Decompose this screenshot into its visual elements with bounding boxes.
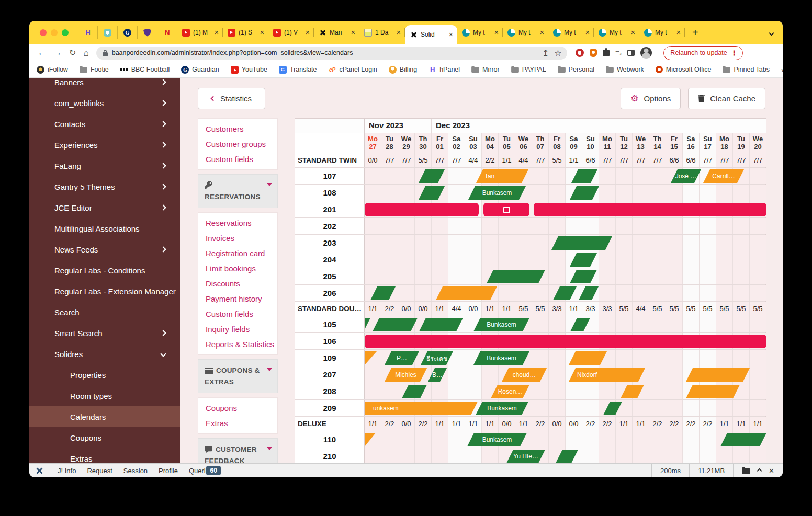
sidebar-item-extras[interactable]: Extras	[29, 448, 180, 463]
reservation-bar[interactable]: Yu Hte…	[506, 450, 545, 463]
bookmark-billing[interactable]: Billing	[389, 66, 417, 74]
shield-pinned-tab[interactable]	[138, 26, 157, 39]
sidebar-item-contacts[interactable]: Contacts	[29, 113, 180, 134]
reservation-bar[interactable]	[569, 351, 607, 365]
browser-tab[interactable]: Solid×	[405, 25, 457, 44]
tab-close-icon[interactable]: ×	[304, 29, 311, 36]
folder-open-icon[interactable]	[742, 467, 750, 474]
bookmark-footie[interactable]: Footie	[80, 66, 109, 74]
debug-link-session[interactable]: Session	[123, 467, 148, 475]
tab-close-icon[interactable]: ×	[259, 29, 265, 36]
sidebar-item-search[interactable]: Search	[29, 302, 180, 323]
submenu-link-invoices[interactable]: Invoices	[198, 231, 277, 246]
reservation-bar[interactable]	[436, 286, 497, 300]
sidebar-item-com-weblinks[interactable]: com_weblinks	[29, 93, 180, 113]
sidebar-item-room-types[interactable]: Room types	[29, 385, 180, 406]
reservation-bar[interactable]	[621, 385, 644, 398]
reservation-bar[interactable]	[570, 318, 590, 331]
submenu-link-inquiry-fields[interactable]: Inquiry fields	[198, 322, 277, 337]
sidebar-item-coupons[interactable]: Coupons	[29, 427, 180, 448]
browser-tab[interactable]: My t×	[457, 21, 503, 44]
reservation-bar[interactable]	[365, 433, 376, 446]
reservation-bar[interactable]	[419, 169, 445, 183]
bookmark-star-icon[interactable]: ☆	[554, 48, 561, 58]
back-button[interactable]: ←	[38, 49, 46, 57]
browser-tab[interactable]: My t×	[594, 21, 639, 44]
bookmark-cpanel-login[interactable]: cPcPanel Login	[329, 66, 377, 74]
chatgpt-pinned-tab[interactable]	[98, 26, 118, 39]
reservation-bar[interactable]	[571, 169, 597, 183]
reservation-bar[interactable]	[603, 402, 622, 415]
blocked-bar[interactable]	[365, 335, 766, 348]
sidebar-item-regular-labs-conditions[interactable]: Regular Labs - Conditions	[29, 260, 180, 281]
submenu-link-customers[interactable]: Customers	[198, 121, 277, 136]
tab-close-icon[interactable]: ×	[539, 29, 545, 36]
sidebar-item-gantry-5-themes[interactable]: Gantry 5 Themes	[29, 176, 180, 197]
reservation-bar[interactable]: Tan	[476, 169, 528, 183]
relaunch-to-update-button[interactable]: Relaunch to update ⋮	[663, 46, 742, 60]
reservation-bar[interactable]	[487, 270, 545, 283]
sidebar-item-experiences[interactable]: Experiences	[29, 134, 180, 155]
reservation-bar[interactable]: Bunkasem	[467, 433, 527, 446]
reservation-bar[interactable]: unkasem	[365, 402, 478, 415]
reservation-bar[interactable]	[419, 318, 463, 331]
bookmark-personal[interactable]: Personal	[558, 66, 594, 74]
side-panel-icon[interactable]	[627, 50, 635, 56]
reservation-bar[interactable]	[402, 385, 427, 398]
orange-extension-icon[interactable]	[590, 49, 597, 57]
sidebar-item-multilingual-associations[interactable]: Multilingual Associations	[29, 218, 180, 239]
reservation-bar[interactable]	[373, 318, 418, 331]
reservation-bar[interactable]	[686, 385, 740, 398]
submenu-link-coupons[interactable]: Coupons	[198, 400, 277, 416]
browser-tab[interactable]: My t×	[503, 21, 548, 44]
reservation-bar[interactable]: Bunkasem	[473, 351, 529, 365]
tab-search-chevron-icon[interactable]	[770, 28, 773, 37]
bookmarks-overflow-icon[interactable]: »	[781, 65, 783, 74]
statistics-back-button[interactable]: Statistics	[198, 88, 265, 109]
browser-tab[interactable]: (1) M×	[177, 21, 223, 44]
reload-button[interactable]: ↻	[69, 49, 76, 57]
bookmark-translate[interactable]: GTranslate	[279, 66, 317, 74]
playlist-extension-icon[interactable]: ≡♪	[615, 49, 622, 57]
bookmark-webwork[interactable]: Webwork	[606, 66, 644, 74]
clean-cache-button[interactable]: Clean Cache	[688, 88, 765, 109]
close-debug-icon[interactable]: ✕	[769, 467, 774, 475]
tab-close-icon[interactable]: ×	[213, 29, 220, 36]
reservation-bar[interactable]	[570, 186, 599, 200]
sidebar-item-news-feeds[interactable]: News Feeds	[29, 239, 180, 260]
browser-tab[interactable]: (1) V×	[268, 21, 314, 44]
address-bar[interactable]: baanpordeedin.com/administrator/index.ph…	[96, 47, 567, 60]
reservation-bar[interactable]	[370, 286, 396, 300]
tab-close-icon[interactable]: ×	[396, 29, 402, 36]
bookmark-ifollow[interactable]: iFollow	[37, 66, 68, 74]
tab-close-icon[interactable]: ×	[448, 31, 454, 38]
sidebar-item-jce-editor[interactable]: JCE Editor	[29, 197, 180, 218]
hpanel-pinned-tab[interactable]: H	[78, 26, 98, 39]
reservation-bar[interactable]: Bunkasem	[476, 402, 528, 415]
collapse-icon[interactable]	[757, 468, 762, 473]
sidebar-item-calendars[interactable]: Calendars	[29, 406, 180, 427]
submenu-link-extras[interactable]: Extras	[198, 416, 277, 431]
reservation-bar[interactable]	[570, 253, 597, 267]
reservation-bar[interactable]: Rosen…	[491, 385, 529, 398]
bookmark-microsoft-office[interactable]: Microsoft Office	[656, 66, 712, 73]
submenu-link-custom-fields[interactable]: Custom fields	[198, 306, 277, 322]
sidebar-item-banners[interactable]: Banners	[29, 78, 180, 93]
submenu-link-reservations[interactable]: Reservations	[198, 215, 277, 231]
blocked-bar[interactable]	[534, 203, 766, 216]
reservation-bar[interactable]	[365, 318, 370, 331]
browser-tab[interactable]: 1 Da×	[359, 21, 405, 44]
submenu-link-reports-statistics[interactable]: Reports & Statistics	[198, 337, 277, 352]
sidebar-item-smart-search[interactable]: Smart Search	[29, 323, 180, 343]
bookmark-hpanel[interactable]: HhPanel	[428, 66, 460, 74]
section-header-customer-feedback[interactable]: CUSTOMER FEEDBACK	[198, 438, 278, 463]
reservation-bar[interactable]: Bunkasem	[468, 186, 526, 200]
reservation-bar[interactable]: P…	[385, 351, 419, 365]
tab-close-icon[interactable]: ×	[493, 29, 500, 36]
sidebar-item-solidres[interactable]: Solidres	[29, 343, 180, 364]
section-header-coupons-extras[interactable]: COUPONS & EXTRAS	[198, 359, 278, 393]
reservation-bar[interactable]	[365, 351, 377, 365]
browser-menu-icon[interactable]: ⋮	[731, 49, 738, 57]
reservation-bar[interactable]	[720, 433, 766, 446]
submenu-link-customer-groups[interactable]: Customer groups	[198, 136, 277, 152]
